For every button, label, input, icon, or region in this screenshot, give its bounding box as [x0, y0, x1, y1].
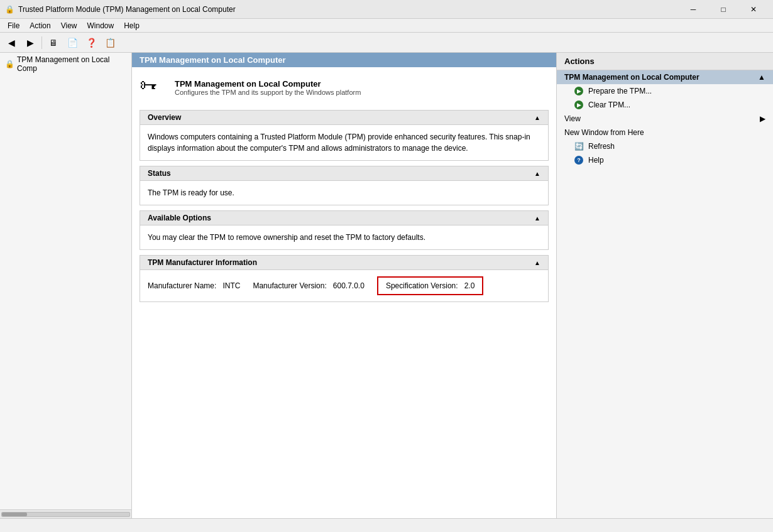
sidebar-item-label: TPM Management on Local Comp: [17, 55, 126, 73]
manufacturer-info-section: TPM Manufacturer Information ▲ Manufactu…: [140, 255, 549, 302]
actions-header-label: Actions: [564, 57, 595, 66]
action-refresh[interactable]: 🔄 Refresh: [557, 139, 773, 153]
manufacturer-version: Manufacturer Version: 600.7.0.0: [253, 280, 364, 291]
spec-version-label: Specification Version:: [386, 281, 458, 290]
help-toolbar-button[interactable]: ❓: [82, 35, 100, 50]
manufacturer-info-collapse-btn[interactable]: ▲: [534, 259, 540, 266]
manufacturer-info-header-label: TPM Manufacturer Information: [148, 258, 257, 267]
app-icon: 🔒: [5, 5, 14, 14]
prepare-tpm-icon: ▶: [574, 87, 583, 95]
menu-view[interactable]: View: [56, 20, 82, 31]
refresh-label: Refresh: [588, 142, 615, 151]
available-options-text: You may clear the TPM to remove ownershi…: [148, 233, 425, 242]
manufacturer-info-row: Manufacturer Name: INTC Manufacturer Ver…: [148, 276, 540, 295]
back-button[interactable]: ◀: [3, 35, 20, 50]
refresh-icon: 🔄: [574, 142, 583, 151]
manufacturer-version-value: 600.7.0.0: [333, 281, 365, 290]
available-options-section: Available Options ▲ You may clear the TP…: [140, 210, 549, 250]
help-icon: ?: [574, 156, 583, 165]
manufacturer-info-section-header[interactable]: TPM Manufacturer Information ▲: [140, 256, 548, 270]
sidebar-item-tpm[interactable]: 🔒 TPM Management on Local Comp: [0, 53, 131, 75]
export-button[interactable]: 📋: [101, 35, 119, 50]
prepare-tpm-label: Prepare the TPM...: [588, 87, 652, 95]
status-collapse-btn[interactable]: ▲: [534, 170, 540, 177]
available-options-section-content: You may clear the TPM to remove ownershi…: [140, 225, 548, 249]
app-subtitle: Configures the TPM and its support by th…: [175, 89, 361, 96]
overview-section: Overview ▲ Windows computers containing …: [140, 110, 549, 161]
close-button[interactable]: ✕: [739, 0, 768, 19]
status-section-header[interactable]: Status ▲: [140, 166, 548, 181]
show-hide-console-button[interactable]: 🖥: [45, 35, 62, 50]
scrollbar-track[interactable]: [1, 512, 130, 517]
minimize-button[interactable]: ─: [679, 0, 708, 19]
overview-collapse-btn[interactable]: ▲: [534, 114, 540, 121]
app-info: TPM Management on Local Computer Configu…: [175, 79, 361, 96]
action-help[interactable]: ? Help: [557, 153, 773, 167]
view-label: View: [564, 114, 581, 123]
actions-panel: Actions TPM Management on Local Computer…: [556, 53, 773, 518]
manufacturer-info-section-content: Manufacturer Name: INTC Manufacturer Ver…: [140, 270, 548, 301]
action-prepare-tpm[interactable]: ▶ Prepare the TPM...: [557, 84, 773, 98]
menu-file[interactable]: File: [3, 20, 25, 31]
spec-version-box: Specification Version: 2.0: [377, 276, 483, 295]
manufacturer-name-label: Manufacturer Name:: [148, 281, 216, 290]
overview-text: Windows computers containing a Trusted P…: [148, 133, 530, 153]
window-title: Trusted Platform Module (TPM) Management…: [18, 5, 236, 14]
menu-help[interactable]: Help: [119, 20, 145, 31]
status-bar: [0, 518, 773, 532]
sidebar-scrollbar[interactable]: [0, 509, 131, 518]
status-text: The TPM is ready for use.: [148, 188, 234, 197]
view-submenu-arrow: ▶: [760, 114, 765, 123]
action-view[interactable]: View ▶: [557, 112, 773, 126]
available-options-header-label: Available Options: [148, 214, 211, 222]
content-body: 🗝 TPM Management on Local Computer Confi…: [132, 67, 556, 518]
available-options-collapse-btn[interactable]: ▲: [534, 215, 540, 222]
properties-button[interactable]: 📄: [63, 35, 81, 50]
clear-tpm-icon: ▶: [574, 100, 583, 109]
forward-button[interactable]: ▶: [21, 35, 39, 50]
actions-group-collapse-icon: ▲: [758, 73, 765, 82]
maximize-button[interactable]: □: [709, 0, 738, 19]
main-layout: 🔒 TPM Management on Local Comp TPM Manag…: [0, 53, 773, 518]
manufacturer-name-value: INTC: [222, 281, 240, 290]
status-section: Status ▲ The TPM is ready for use.: [140, 166, 549, 205]
menu-action[interactable]: Action: [25, 20, 55, 31]
title-bar-controls: ─ □ ✕: [679, 0, 768, 19]
new-window-label: New Window from Here: [564, 128, 644, 137]
sidebar-scroll: 🔒 TPM Management on Local Comp: [0, 53, 131, 509]
title-bar-left: 🔒 Trusted Platform Module (TPM) Manageme…: [5, 5, 236, 14]
status-header-label: Status: [148, 169, 171, 178]
manufacturer-name: Manufacturer Name: INTC: [148, 280, 240, 291]
menu-window[interactable]: Window: [82, 20, 119, 31]
clear-tpm-label: Clear TPM...: [588, 100, 630, 109]
overview-section-content: Windows computers containing a Trusted P…: [140, 125, 548, 160]
available-options-section-header[interactable]: Available Options ▲: [140, 211, 548, 225]
content-area: TPM Management on Local Computer 🗝 TPM M…: [132, 53, 556, 518]
actions-group-label: TPM Management on Local Computer: [564, 73, 699, 82]
actions-group-header[interactable]: TPM Management on Local Computer ▲: [557, 70, 773, 84]
content-header-title: TPM Management on Local Computer: [140, 55, 286, 65]
action-clear-tpm[interactable]: ▶ Clear TPM...: [557, 98, 773, 112]
tpm-tree-icon: 🔒: [5, 60, 14, 68]
scrollbar-thumb[interactable]: [2, 513, 27, 516]
help-label: Help: [588, 156, 604, 165]
toolbar-separator: [41, 36, 42, 49]
app-header-section: 🗝 TPM Management on Local Computer Confi…: [140, 75, 549, 100]
manufacturer-version-label: Manufacturer Version:: [253, 281, 326, 290]
overview-section-header[interactable]: Overview ▲: [140, 111, 548, 125]
sidebar: 🔒 TPM Management on Local Comp: [0, 53, 132, 518]
action-new-window[interactable]: New Window from Here: [557, 126, 773, 139]
toolbar: ◀ ▶ 🖥 📄 ❓ 📋: [0, 33, 773, 53]
key-icon: 🗝: [140, 75, 157, 95]
overview-header-label: Overview: [148, 113, 181, 122]
tpm-app-icon: 🗝: [140, 75, 165, 100]
title-bar: 🔒 Trusted Platform Module (TPM) Manageme…: [0, 0, 773, 19]
spec-version-value: 2.0: [464, 281, 475, 290]
content-header: TPM Management on Local Computer: [132, 53, 556, 67]
menu-bar: File Action View Window Help: [0, 19, 773, 33]
actions-panel-header: Actions: [557, 53, 773, 70]
app-title: TPM Management on Local Computer: [175, 79, 361, 89]
status-section-content: The TPM is ready for use.: [140, 181, 548, 205]
